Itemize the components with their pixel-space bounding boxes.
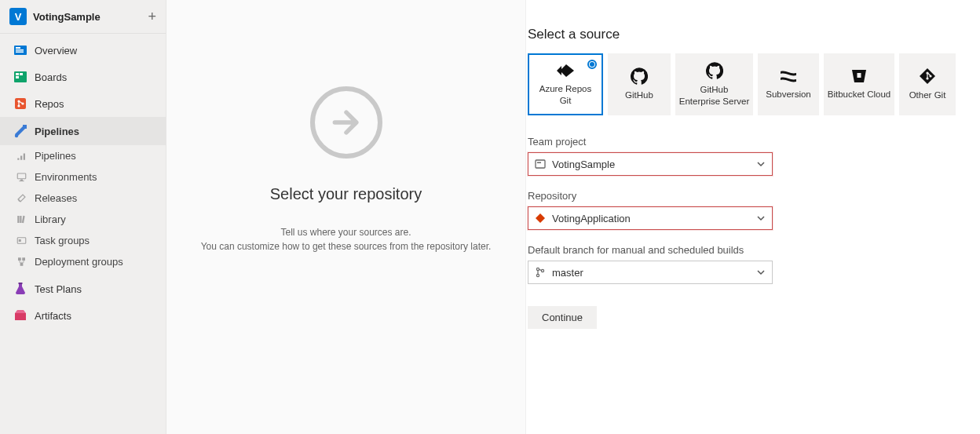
sidebar-label: Overview bbox=[35, 45, 77, 57]
source-other-git[interactable]: Other Git bbox=[899, 53, 956, 115]
chevron-down-icon bbox=[756, 268, 766, 277]
branch-dropdown[interactable]: master bbox=[528, 261, 773, 284]
team-project-dropdown[interactable]: VotingSample bbox=[528, 152, 773, 176]
branch-value: master bbox=[552, 267, 756, 279]
center-line1: Tell us where your sources are. bbox=[201, 225, 492, 239]
sidebar-nav: Overview Boards Repos Pipelines bbox=[0, 34, 166, 329]
svg-rect-1 bbox=[16, 47, 20, 49]
svg-point-40 bbox=[541, 269, 543, 272]
sidebar-label: Pipelines bbox=[35, 126, 79, 137]
svg-rect-29 bbox=[19, 283, 23, 284]
repos-icon bbox=[11, 97, 30, 111]
svg-rect-5 bbox=[16, 73, 19, 75]
overview-icon bbox=[11, 43, 30, 57]
svg-rect-21 bbox=[17, 216, 19, 223]
source-github[interactable]: GitHub bbox=[608, 53, 671, 115]
repository-label: Repository bbox=[528, 190, 971, 202]
svg-rect-37 bbox=[537, 162, 541, 164]
sidebar-sub-label: Pipelines bbox=[35, 150, 76, 162]
environments-icon bbox=[13, 171, 30, 183]
sidebar-sub-releases[interactable]: Releases bbox=[0, 188, 166, 209]
sidebar-sub-label: Library bbox=[35, 213, 66, 225]
sidebar-sub-library[interactable]: Library bbox=[0, 209, 166, 230]
test-plans-icon bbox=[11, 282, 30, 296]
center-title: Select your repository bbox=[270, 185, 422, 203]
sidebar-item-boards[interactable]: Boards bbox=[0, 64, 166, 90]
project-name: VotingSample bbox=[33, 11, 148, 23]
source-subversion[interactable]: Subversion bbox=[758, 53, 819, 115]
repository-dropdown[interactable]: VotingApplication bbox=[528, 206, 773, 230]
svg-rect-16 bbox=[23, 154, 24, 160]
sidebar-sub-label: Deployment groups bbox=[35, 256, 123, 268]
source-github-enterprise[interactable]: GitHub Enterprise Server bbox=[675, 53, 753, 115]
svg-point-39 bbox=[536, 274, 539, 276]
source-label: Other Git bbox=[909, 89, 946, 100]
plus-icon[interactable]: + bbox=[148, 9, 156, 24]
center-line2: You can customize how to get these sourc… bbox=[201, 239, 492, 253]
project-icon bbox=[535, 159, 549, 170]
svg-rect-32 bbox=[858, 73, 861, 78]
github-enterprise-icon bbox=[706, 62, 723, 79]
team-project-label: Team project bbox=[528, 136, 971, 148]
azure-git-icon bbox=[555, 63, 576, 78]
sidebar-sub-pipelines[interactable]: Pipelines bbox=[0, 145, 166, 166]
continue-button[interactable]: Continue bbox=[528, 306, 597, 329]
task-groups-icon bbox=[13, 235, 30, 246]
svg-rect-18 bbox=[20, 180, 23, 181]
pipelines-sub-icon bbox=[13, 150, 30, 162]
svg-rect-36 bbox=[536, 160, 545, 168]
branch-label: Default branch for manual and scheduled … bbox=[528, 244, 971, 256]
center-panel: Select your repository Tell us where you… bbox=[166, 0, 526, 434]
svg-point-38 bbox=[536, 268, 539, 270]
svg-rect-8 bbox=[15, 98, 26, 109]
sidebar-label: Test Plans bbox=[35, 283, 82, 295]
pipelines-icon bbox=[11, 123, 30, 139]
svg-marker-31 bbox=[15, 310, 26, 313]
project-header[interactable]: V VotingSample + bbox=[0, 0, 166, 34]
app-root: V VotingSample + Overview Boards bbox=[0, 0, 980, 434]
sidebar-sub-environments[interactable]: Environments bbox=[0, 166, 166, 188]
svg-point-20 bbox=[18, 199, 20, 201]
sidebar-item-pipelines[interactable]: Pipelines bbox=[0, 117, 166, 145]
sidebar-item-repos[interactable]: Repos bbox=[0, 90, 166, 117]
source-azure-repos-git[interactable]: Azure Repos Git bbox=[528, 53, 603, 115]
sidebar-sub-label: Task groups bbox=[35, 235, 90, 246]
sidebar-label: Artifacts bbox=[35, 310, 71, 322]
arrow-circle-icon bbox=[310, 86, 382, 159]
center-subtext: Tell us where your sources are. You can … bbox=[201, 225, 492, 253]
svg-rect-30 bbox=[15, 313, 26, 320]
source-bitbucket[interactable]: Bitbucket Cloud bbox=[824, 53, 894, 115]
svg-rect-15 bbox=[20, 156, 22, 160]
subversion-icon bbox=[779, 68, 798, 84]
svg-rect-23 bbox=[21, 216, 24, 223]
sidebar-sub-task-groups[interactable]: Task groups bbox=[0, 230, 166, 251]
sidebar-sub-label: Environments bbox=[35, 171, 97, 183]
project-badge: V bbox=[9, 8, 27, 25]
sidebar-item-overview[interactable]: Overview bbox=[0, 37, 166, 64]
svg-rect-28 bbox=[20, 263, 23, 266]
svg-rect-22 bbox=[20, 216, 21, 223]
releases-icon bbox=[13, 192, 30, 204]
bitbucket-icon bbox=[850, 68, 868, 84]
svg-rect-3 bbox=[16, 52, 24, 53]
svg-rect-13 bbox=[23, 125, 27, 129]
svg-point-12 bbox=[15, 134, 18, 137]
sidebar-sub-deployment-groups[interactable]: Deployment groups bbox=[0, 251, 166, 272]
github-icon bbox=[631, 67, 648, 85]
sidebar-item-artifacts[interactable]: Artifacts bbox=[0, 302, 166, 329]
source-label: GitHub bbox=[625, 89, 653, 100]
library-icon bbox=[13, 213, 30, 225]
repo-icon bbox=[535, 213, 549, 224]
select-source-title: Select a source bbox=[528, 27, 971, 42]
source-label: GitHub Enterprise Server bbox=[678, 84, 750, 107]
sidebar-item-test-plans[interactable]: Test Plans bbox=[0, 275, 166, 302]
chevron-down-icon bbox=[756, 159, 766, 169]
deployment-groups-icon bbox=[13, 256, 30, 268]
svg-rect-26 bbox=[18, 257, 21, 261]
chevron-down-icon bbox=[756, 213, 766, 223]
sidebar-sub-label: Releases bbox=[35, 192, 77, 204]
sidebar-label: Repos bbox=[35, 98, 64, 110]
boards-icon bbox=[11, 70, 30, 84]
svg-rect-25 bbox=[18, 239, 20, 242]
svg-rect-14 bbox=[17, 159, 19, 160]
